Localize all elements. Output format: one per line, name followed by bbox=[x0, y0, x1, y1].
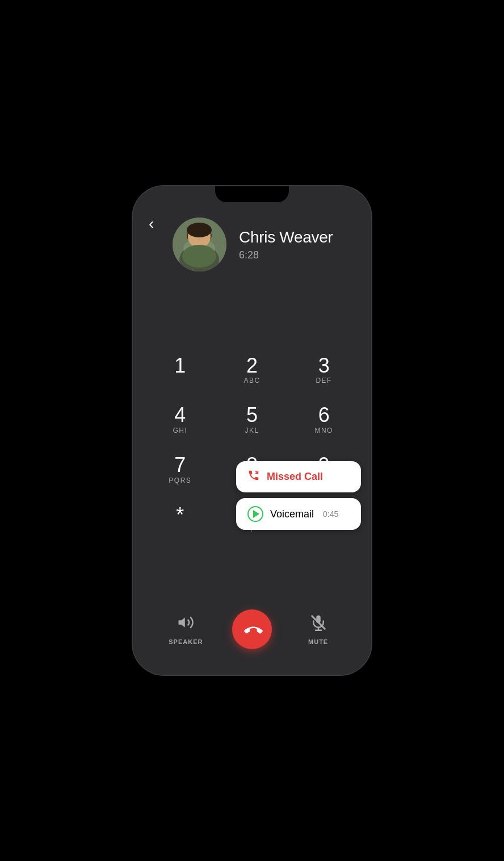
dialpad-row-1: 1 2 ABC 3 DEF bbox=[144, 345, 360, 395]
dial-number-2: 2 bbox=[246, 354, 258, 377]
end-call-icon bbox=[238, 615, 266, 643]
contact-info: Chris Weaver 6:28 bbox=[239, 228, 333, 261]
dial-number-6: 6 bbox=[318, 404, 330, 427]
dial-number-4: 4 bbox=[174, 404, 186, 427]
svg-point-7 bbox=[187, 223, 212, 237]
missed-call-phone-icon bbox=[247, 469, 260, 484]
speaker-button[interactable]: SPEAKER bbox=[160, 614, 211, 645]
play-triangle bbox=[253, 510, 259, 518]
missed-call-label: Missed Call bbox=[267, 471, 323, 483]
dial-key-1[interactable]: 1 bbox=[154, 350, 205, 391]
dial-number-7: 7 bbox=[174, 454, 186, 477]
svg-point-8 bbox=[182, 245, 216, 268]
phone-notch bbox=[215, 186, 289, 202]
dial-letters-6: MNO bbox=[314, 427, 333, 436]
dial-number-star: * bbox=[176, 504, 184, 526]
dialpad-row-2: 4 GHI 5 JKL 6 MNO bbox=[144, 395, 360, 445]
phone-screen: ‹ bbox=[133, 186, 371, 675]
voicemail-play-icon bbox=[247, 506, 263, 522]
svg-marker-10 bbox=[179, 617, 185, 628]
dial-letters-2: ABC bbox=[243, 377, 260, 386]
mute-button[interactable]: MUTE bbox=[293, 614, 344, 645]
dial-letters-3: DEF bbox=[316, 377, 332, 386]
dial-letters-7: PQRS bbox=[169, 477, 191, 486]
voicemail-card[interactable]: Voicemail 0:45 bbox=[236, 498, 361, 530]
dial-key-2[interactable]: 2 ABC bbox=[226, 350, 278, 391]
dial-number-3: 3 bbox=[318, 354, 330, 377]
dial-key-5[interactable]: 5 JKL bbox=[226, 399, 278, 440]
voicemail-duration: 0:45 bbox=[323, 509, 338, 519]
dial-key-4[interactable]: 4 GHI bbox=[154, 399, 205, 440]
voicemail-label: Voicemail bbox=[270, 508, 314, 520]
speaker-label: SPEAKER bbox=[169, 638, 203, 645]
end-call-button[interactable] bbox=[232, 609, 272, 649]
dial-number-1: 1 bbox=[174, 354, 186, 377]
bottom-controls: SPEAKER bbox=[133, 601, 371, 675]
phone-frame: ‹ bbox=[133, 186, 371, 675]
dial-number-5: 5 bbox=[246, 404, 258, 427]
dialpad: 1 2 ABC 3 DEF 4 GHI 5 bbox=[133, 283, 371, 601]
dial-key-7[interactable]: 7 PQRS bbox=[154, 449, 205, 490]
dial-key-star[interactable]: * bbox=[154, 499, 205, 540]
contact-name: Chris Weaver bbox=[239, 228, 333, 246]
call-duration: 6:28 bbox=[239, 249, 333, 261]
mute-icon bbox=[310, 614, 327, 635]
notifications-panel: Missed Call Voicemail 0:45 bbox=[236, 461, 361, 530]
avatar bbox=[173, 218, 226, 271]
mute-label: MUTE bbox=[308, 638, 328, 645]
missed-call-card[interactable]: Missed Call bbox=[236, 461, 361, 492]
dial-key-3[interactable]: 3 DEF bbox=[299, 350, 350, 391]
dial-letters-5: JKL bbox=[245, 427, 259, 436]
dial-letters-4: GHI bbox=[173, 427, 187, 436]
speaker-icon bbox=[177, 614, 194, 635]
dial-key-6[interactable]: 6 MNO bbox=[299, 399, 350, 440]
back-button[interactable]: ‹ bbox=[149, 215, 154, 233]
